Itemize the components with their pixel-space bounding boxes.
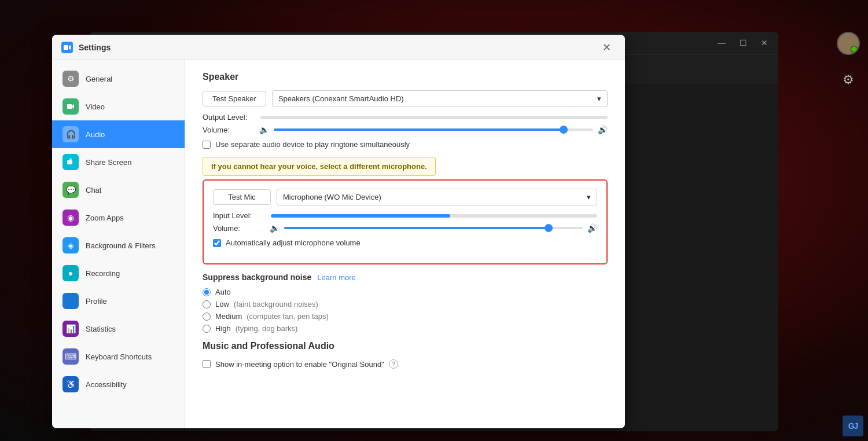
share-screen-icon [62,154,79,170]
suppress-high-label: High [215,324,231,333]
recording-icon: ● [62,265,79,281]
original-sound-row: Show in-meeting option to enable "Origin… [203,359,608,369]
suppress-medium-row: Medium (computer fan, pen taps) [203,312,608,321]
sidebar-label-keyboard-shortcuts: Keyboard Shortcuts [86,352,152,361]
volume-high-icon: 🔊 [598,125,608,134]
speaker-control-row: Test Speaker Speakers (Conexant SmartAud… [203,90,608,107]
mic-control-row: Test Mic Microphone (WO Mic Device) ▾ [213,189,597,205]
settings-close-button[interactable]: ✕ [598,39,616,56]
mic-volume-high-icon: 🔊 [587,223,597,233]
right-panel: ⚙ [837,32,860,87]
suppress-medium-desc: (computer fan, pen taps) [247,312,329,321]
suppress-high-row: High (typing, dog barks) [203,324,608,333]
suppress-auto-radio[interactable] [203,288,211,296]
warning-box: If you cannot hear your voice, select a … [203,157,436,176]
minimize-button[interactable]: — [714,37,729,49]
suppress-medium-radio[interactable] [203,313,211,321]
svg-rect-2 [64,45,68,50]
suppress-options: Auto Low (faint background noises) Mediu… [203,288,608,333]
speaker-dropdown-chevron: ▾ [597,94,601,103]
suppress-high-radio[interactable] [203,325,211,333]
test-mic-button[interactable]: Test Mic [213,189,271,205]
sidebar-item-video[interactable]: Video [52,93,185,120]
speaker-volume-label: Volume: [203,126,255,134]
output-level-row: Output Level: [203,113,608,122]
mic-volume-slider[interactable] [284,227,583,229]
suppress-auto-label: Auto [215,288,231,296]
sidebar-item-general[interactable]: ⚙ General [52,65,185,93]
speaker-device-label: Speakers (Conexant SmartAudio HD) [278,94,404,103]
sidebar-label-chat: Chat [86,186,101,194]
sidebar-item-share-screen[interactable]: Share Screen [52,148,185,176]
sidebar-label-video: Video [86,102,105,111]
mic-device-label: Microphone (WO Mic Device) [283,193,381,201]
sidebar-item-keyboard-shortcuts[interactable]: ⌨ Keyboard Shortcuts [52,343,185,370]
general-icon: ⚙ [62,71,79,87]
sidebar-item-profile[interactable]: 👤 Profile [52,287,185,315]
auto-adjust-row: Automatically adjust microphone volume [213,238,597,247]
sidebar-label-recording: Recording [86,269,120,278]
output-level-label: Output Level: [203,113,255,122]
settings-modal: Settings ✕ ⚙ General Video 🎧 Audio [52,35,625,428]
settings-sidebar: ⚙ General Video 🎧 Audio Share Screen [52,60,185,428]
input-level-row: Input Level: [213,211,597,220]
chat-icon: 💬 [62,182,79,198]
speaker-volume-slider[interactable] [274,128,593,131]
test-speaker-button[interactable]: Test Speaker [203,91,266,106]
speaker-section-title: Speaker [203,72,608,82]
suppress-low-row: Low (faint background noises) [203,300,608,308]
close-button[interactable]: ✕ [757,37,771,49]
sidebar-label-zoom-apps: Zoom Apps [86,214,124,222]
mic-volume-thumb [545,224,553,232]
mic-volume-label: Volume: [213,224,265,233]
music-section-title: Music and Professional Audio [203,341,608,351]
gear-icon[interactable]: ⚙ [843,72,854,87]
suppress-auto-row: Auto [203,288,608,296]
suppress-title: Suppress background noise [203,273,311,282]
window-controls: — ☐ ✕ [714,37,771,49]
speaker-device-dropdown[interactable]: Speakers (Conexant SmartAudio HD) ▾ [272,90,608,107]
maximize-button[interactable]: ☐ [736,37,751,49]
profile-icon: 👤 [62,293,79,309]
mic-device-dropdown[interactable]: Microphone (WO Mic Device) ▾ [277,189,597,205]
sidebar-item-chat[interactable]: 💬 Chat [52,176,185,204]
sidebar-item-recording[interactable]: ● Recording [52,259,185,287]
mic-volume-fill [284,227,553,229]
input-level-label: Input Level: [213,211,265,220]
suppress-low-desc: (faint background noises) [234,300,318,308]
statistics-icon: 📊 [62,321,79,337]
separate-audio-checkbox[interactable] [203,141,211,149]
original-sound-checkbox[interactable] [203,360,211,368]
sidebar-label-audio: Audio [86,130,105,139]
avatar[interactable] [837,32,860,55]
suppress-low-radio[interactable] [203,300,211,308]
audio-icon: 🎧 [62,126,79,142]
sidebar-label-general: General [86,75,112,83]
auto-adjust-label: Automatically adjust microphone volume [226,238,361,247]
suppress-high-desc: (typing, dog barks) [236,324,298,333]
auto-adjust-checkbox[interactable] [213,239,221,247]
bg-filters-icon: ◈ [62,237,79,253]
learn-more-link[interactable]: Learn more [317,273,355,282]
sidebar-item-statistics[interactable]: 📊 Statistics [52,315,185,343]
sidebar-item-zoom-apps[interactable]: ◉ Zoom Apps [52,204,185,231]
input-level-bar [271,214,597,218]
mic-dropdown-chevron: ▾ [587,193,591,201]
sidebar-label-share-screen: Share Screen [86,158,132,167]
speaker-volume-fill [274,128,568,131]
mic-volume-row: Volume: 🔈 🔊 [213,223,597,233]
svg-marker-5 [72,104,74,109]
sidebar-item-audio[interactable]: 🎧 Audio [52,120,185,148]
speaker-volume-row: Volume: 🔈 🔊 [203,125,608,134]
suppress-noise-row: Suppress background noise Learn more [203,273,608,282]
sidebar-item-accessibility[interactable]: ♿ Accessibility [52,370,185,398]
settings-logo-icon [61,42,73,53]
sidebar-label-accessibility: Accessibility [86,380,127,389]
sidebar-item-background-filters[interactable]: ◈ Background & Filters [52,231,185,259]
settings-titlebar: Settings ✕ [52,35,625,60]
settings-body: ⚙ General Video 🎧 Audio Share Screen [52,60,625,428]
zoom-apps-icon: ◉ [62,210,79,226]
settings-content: Speaker Test Speaker Speakers (Conexant … [185,60,625,428]
help-icon[interactable]: ? [389,359,398,369]
accessibility-icon: ♿ [62,376,79,392]
